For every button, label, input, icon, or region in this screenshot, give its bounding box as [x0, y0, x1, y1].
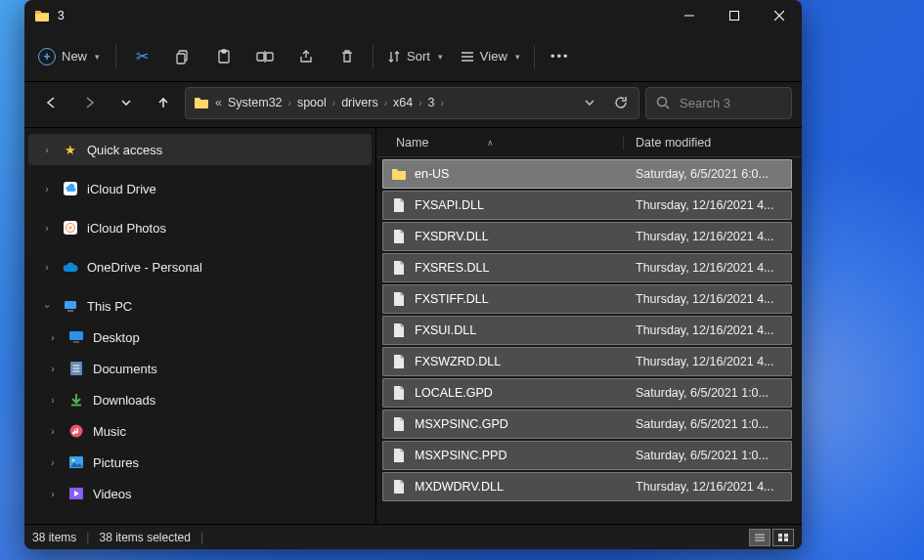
- file-icon: [391, 385, 407, 401]
- sidebar-item-desktop[interactable]: › Desktop: [28, 322, 372, 353]
- chevron-right-icon[interactable]: ›: [46, 489, 60, 499]
- refresh-button[interactable]: [607, 90, 635, 115]
- rename-icon: [256, 49, 274, 65]
- address-dropdown-button[interactable]: [576, 90, 603, 115]
- chevron-down-icon[interactable]: ›: [42, 299, 53, 313]
- chevron-right-icon[interactable]: ›: [40, 184, 54, 194]
- file-row[interactable]: MSXPSINC.GPDSaturday, 6/5/2021 1:0...: [382, 409, 792, 439]
- sidebar-item-label: Downloads: [93, 393, 155, 408]
- chevron-right-icon: ›: [384, 98, 387, 108]
- search-icon: [656, 96, 670, 109]
- search-input[interactable]: [680, 96, 781, 110]
- sidebar-item-icloud-drive[interactable]: › iCloud Drive: [28, 173, 372, 204]
- sidebar-item-videos[interactable]: › Videos: [28, 478, 372, 509]
- file-name: FXSDRV.DLL: [415, 230, 489, 243]
- sidebar-item-label: iCloud Photos: [87, 221, 166, 236]
- window-title: 3: [58, 9, 65, 22]
- file-row[interactable]: FXSDRV.DLLThursday, 12/16/2021 4...: [382, 222, 792, 251]
- sidebar-item-this-pc[interactable]: › This PC: [28, 290, 372, 322]
- chevron-right-icon[interactable]: ›: [46, 426, 60, 437]
- copy-button[interactable]: [163, 39, 202, 74]
- sidebar-item-documents[interactable]: › Documents: [28, 353, 372, 384]
- file-row[interactable]: LOCALE.GPDSaturday, 6/5/2021 1:0...: [382, 378, 792, 408]
- sidebar-item-label: Videos: [93, 487, 132, 501]
- close-button[interactable]: [757, 0, 802, 31]
- breadcrumb-item[interactable]: spool›: [297, 96, 335, 109]
- paste-button[interactable]: [204, 39, 243, 74]
- file-date: Thursday, 12/16/2021 4...: [624, 323, 791, 337]
- breadcrumb-item[interactable]: System32›: [228, 96, 291, 109]
- file-row[interactable]: FXSUI.DLLThursday, 12/16/2021 4...: [382, 316, 792, 345]
- more-button[interactable]: •••: [541, 39, 580, 74]
- recent-button[interactable]: [110, 87, 142, 118]
- breadcrumb-overflow[interactable]: «: [215, 96, 222, 109]
- chevron-right-icon[interactable]: ›: [46, 364, 60, 374]
- breadcrumb-item[interactable]: drivers›: [341, 96, 387, 109]
- new-button-label: New: [62, 49, 87, 64]
- cloud-icon: [62, 180, 79, 197]
- view-button[interactable]: View ▾: [453, 39, 528, 74]
- sidebar-item-downloads[interactable]: › Downloads: [28, 384, 372, 415]
- cut-button[interactable]: ✂: [122, 39, 161, 74]
- details-view-button[interactable]: [749, 529, 770, 546]
- minimize-button[interactable]: [667, 0, 712, 31]
- pictures-icon: [67, 453, 85, 471]
- file-row[interactable]: MXDWDRV.DLLThursday, 12/16/2021 4...: [382, 472, 792, 501]
- status-selected: 38 items selected: [99, 531, 190, 544]
- file-row[interactable]: MSXPSINC.PPDSaturday, 6/5/2021 1:0...: [382, 441, 792, 470]
- up-button[interactable]: [148, 87, 179, 118]
- trash-icon: [339, 49, 355, 65]
- delete-button[interactable]: [328, 39, 367, 74]
- sidebar-item-pictures[interactable]: › Pictures: [28, 447, 372, 478]
- breadcrumb-item[interactable]: x64›: [393, 96, 422, 109]
- share-button[interactable]: [286, 39, 326, 74]
- new-button[interactable]: + New ▾: [30, 39, 110, 74]
- sidebar-item-music[interactable]: › Music: [28, 415, 372, 447]
- view-button-label: View: [480, 49, 507, 64]
- file-icon: [391, 354, 407, 369]
- forward-button[interactable]: [73, 87, 105, 118]
- sort-button[interactable]: Sort ▾: [379, 39, 451, 74]
- address-bar[interactable]: « System32› spool› drivers› x64› 3›: [185, 87, 639, 119]
- file-name: FXSUI.DLL: [415, 323, 476, 337]
- svg-rect-20: [65, 301, 76, 309]
- svg-rect-38: [778, 538, 782, 541]
- back-button[interactable]: [36, 87, 67, 118]
- sidebar-item-icloud-photos[interactable]: › iCloud Photos: [28, 212, 372, 243]
- file-rows[interactable]: en-USSaturday, 6/5/2021 6:0...FXSAPI.DLL…: [376, 157, 802, 524]
- sidebar-item-label: OneDrive - Personal: [87, 260, 202, 275]
- title-bar[interactable]: 3: [24, 0, 802, 31]
- paste-icon: [216, 49, 232, 65]
- search-box[interactable]: [645, 87, 792, 119]
- chevron-right-icon[interactable]: ›: [46, 457, 60, 468]
- music-icon: [67, 422, 85, 440]
- rename-button[interactable]: [245, 39, 285, 74]
- file-row[interactable]: FXSTIFF.DLLThursday, 12/16/2021 4...: [382, 284, 792, 314]
- file-row[interactable]: FXSAPI.DLLThursday, 12/16/2021 4...: [382, 191, 792, 220]
- sidebar-item-quick-access[interactable]: › ★ Quick access: [28, 134, 372, 165]
- column-date[interactable]: Date modified: [623, 136, 792, 150]
- chevron-right-icon[interactable]: ›: [40, 145, 54, 155]
- breadcrumb-item[interactable]: 3›: [427, 96, 443, 109]
- sidebar-item-onedrive[interactable]: › OneDrive - Personal: [28, 251, 372, 282]
- chevron-right-icon: ›: [288, 98, 291, 108]
- file-row[interactable]: en-USSaturday, 6/5/2021 6:0...: [382, 159, 792, 189]
- navigation-pane[interactable]: › ★ Quick access › iCloud Drive › iCloud…: [24, 128, 376, 524]
- sidebar-item-label: This PC: [87, 299, 132, 314]
- column-name[interactable]: Name ∧: [376, 136, 623, 150]
- file-name: MXDWDRV.DLL: [415, 480, 504, 494]
- file-date: Thursday, 12/16/2021 4...: [624, 261, 791, 275]
- chevron-right-icon[interactable]: ›: [46, 395, 60, 406]
- svg-rect-22: [69, 331, 83, 340]
- maximize-button[interactable]: [712, 0, 757, 31]
- chevron-right-icon[interactable]: ›: [40, 262, 54, 273]
- sidebar-item-label: Desktop: [93, 330, 140, 345]
- file-row[interactable]: FXSRES.DLLThursday, 12/16/2021 4...: [382, 253, 792, 282]
- chevron-right-icon[interactable]: ›: [40, 223, 54, 234]
- file-date: Thursday, 12/16/2021 4...: [624, 480, 791, 494]
- chevron-right-icon[interactable]: ›: [46, 332, 60, 343]
- svg-rect-37: [784, 534, 788, 538]
- file-row[interactable]: FXSWZRD.DLLThursday, 12/16/2021 4...: [382, 347, 792, 376]
- file-date: Thursday, 12/16/2021 4...: [624, 198, 791, 212]
- thumbnails-view-button[interactable]: [772, 529, 794, 546]
